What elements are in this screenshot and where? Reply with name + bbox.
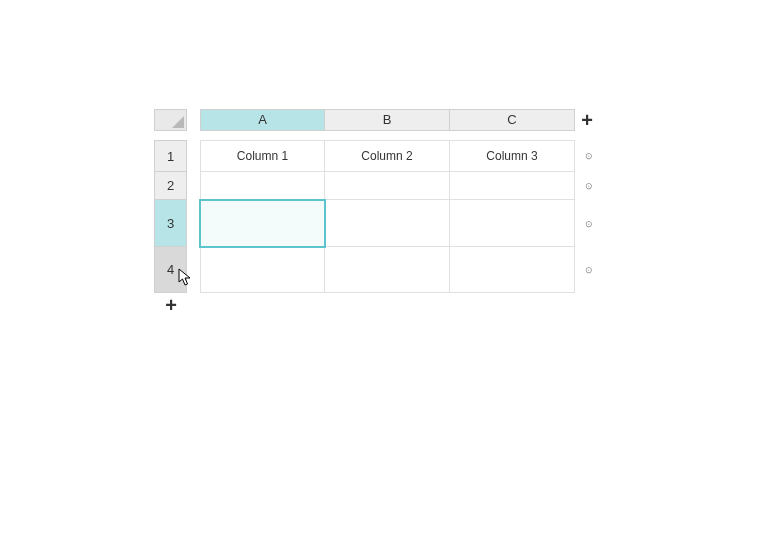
row-header-2[interactable]: 2 <box>154 172 187 200</box>
cell-c2[interactable] <box>450 172 575 200</box>
table-row: 1 Column 1 Column 2 Column 3 ⊙ <box>154 140 597 172</box>
row-menu-button[interactable]: ⊙ <box>583 247 595 293</box>
add-row-button[interactable]: + <box>161 295 181 315</box>
cell-a4[interactable] <box>200 247 325 293</box>
cell-a1[interactable]: Column 1 <box>200 140 325 172</box>
column-header-b[interactable]: B <box>325 109 450 131</box>
cell-c3[interactable] <box>450 200 575 247</box>
select-all-corner[interactable] <box>154 109 187 131</box>
column-header-a[interactable]: A <box>200 109 325 131</box>
table-row: 2 ⊙ <box>154 172 597 200</box>
column-header-c[interactable]: C <box>450 109 575 131</box>
cell-b3[interactable] <box>325 200 450 247</box>
row-header-4[interactable]: 4 <box>154 247 187 293</box>
cell-c1[interactable]: Column 3 <box>450 140 575 172</box>
cell-b1[interactable]: Column 2 <box>325 140 450 172</box>
row-menu-button[interactable]: ⊙ <box>583 200 595 247</box>
cell-b4[interactable] <box>325 247 450 293</box>
cell-b2[interactable] <box>325 172 450 200</box>
cell-a3[interactable] <box>200 200 325 247</box>
column-header-row: A B C + <box>154 109 597 131</box>
select-all-triangle-icon <box>172 116 184 128</box>
spreadsheet-grid: A B C + 1 Column 1 Column 2 Column 3 ⊙ 2… <box>154 109 597 293</box>
add-column-button[interactable]: + <box>577 109 597 131</box>
row-header-3[interactable]: 3 <box>154 200 187 247</box>
svg-marker-0 <box>172 116 184 128</box>
row-header-1[interactable]: 1 <box>154 140 187 172</box>
row-menu-button[interactable]: ⊙ <box>583 140 595 172</box>
header-body-gap <box>154 131 597 140</box>
cell-a2[interactable] <box>200 172 325 200</box>
row-menu-button[interactable]: ⊙ <box>583 172 595 200</box>
table-row: 4 ⊙ <box>154 247 597 293</box>
header-gap <box>187 109 200 131</box>
cell-c4[interactable] <box>450 247 575 293</box>
table-row: 3 ⊙ <box>154 200 597 247</box>
